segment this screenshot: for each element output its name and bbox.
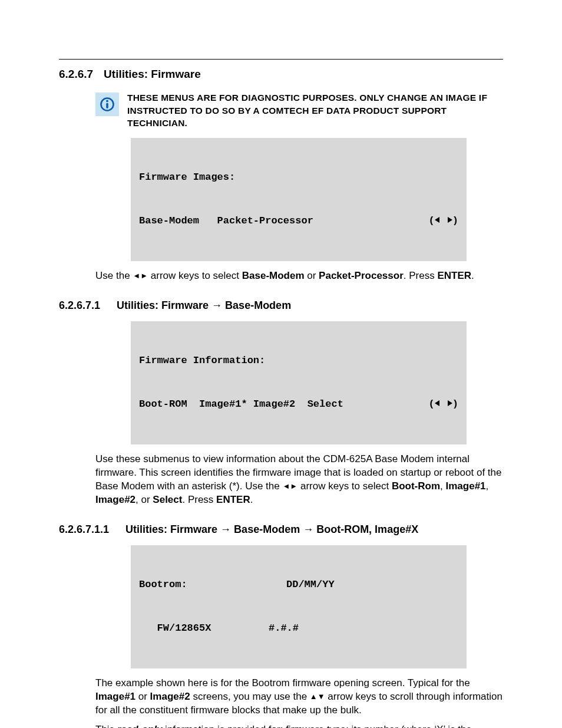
section-title: Utilities: Firmware → Base-Modem: [117, 299, 291, 311]
lcd-line-2: Base-Modem Packet-Processor ( ): [139, 214, 458, 229]
left-right-arrows-icon: ( ): [428, 397, 458, 412]
left-arrow-icon: ◄: [282, 482, 290, 490]
paragraph: This read-only information is provided f…: [95, 723, 503, 728]
heading-6-2-6-7-1-1: 6.2.6.7.1.1Utilities: Firmware → Base-Mo…: [59, 523, 503, 536]
section-number: 6.2.6.7.1: [59, 299, 100, 312]
down-arrow-icon: ▼: [318, 692, 325, 701]
section-title: Utilities: Firmware → Base-Modem → Boot-…: [125, 523, 418, 535]
paragraph: The example shown here is for the Bootro…: [95, 677, 503, 717]
right-arrow-icon: ►: [290, 482, 297, 490]
paragraph: Use these submenus to view information a…: [95, 453, 503, 507]
left-arrow-icon: ◄: [133, 271, 140, 280]
lcd-bootrom: Bootrom: DD/MM/YY FW/12865X #.#.#: [131, 545, 467, 668]
caution-text: THESE MENUS ARE FOR DIAGNOSTIC PURPOSES.…: [127, 91, 503, 130]
svg-rect-2: [106, 103, 108, 108]
lcd-firmware-images: Firmware Images: Base-Modem Packet-Proce…: [131, 138, 467, 261]
section-number: 6.2.6.7.1.1: [59, 523, 109, 536]
left-right-arrows-icon: ( ): [428, 214, 458, 229]
lcd-line-1: Bootrom: DD/MM/YY: [139, 578, 458, 592]
lcd-firmware-information: Firmware Information: Boot-ROM Image#1* …: [131, 321, 467, 444]
section-number: 6.2.6.7: [59, 68, 93, 81]
top-rule: [59, 59, 503, 60]
document-page: 6.2.6.7Utilities: Firmware THESE MENUS A…: [0, 0, 562, 728]
heading-6-2-6-7-1: 6.2.6.7.1Utilities: Firmware → Base-Mode…: [59, 299, 503, 312]
paragraph: Use the ◄► arrow keys to select Base-Mod…: [95, 269, 503, 283]
up-arrow-icon: ▲: [310, 692, 318, 701]
lcd-line-2: FW/12865X #.#.#: [139, 621, 458, 636]
section-title: Utilities: Firmware: [104, 68, 201, 80]
lcd-line-1: Firmware Information:: [139, 354, 458, 368]
heading-6-2-6-7: 6.2.6.7Utilities: Firmware: [59, 68, 503, 81]
lcd-line-2: Boot-ROM Image#1* Image#2 Select ( ): [139, 397, 458, 412]
right-arrow-icon: ►: [140, 271, 148, 280]
caution-note: THESE MENUS ARE FOR DIAGNOSTIC PURPOSES.…: [95, 91, 503, 130]
info-icon: [95, 93, 119, 116]
lcd-line-1: Firmware Images:: [139, 170, 458, 185]
svg-point-1: [106, 100, 108, 102]
